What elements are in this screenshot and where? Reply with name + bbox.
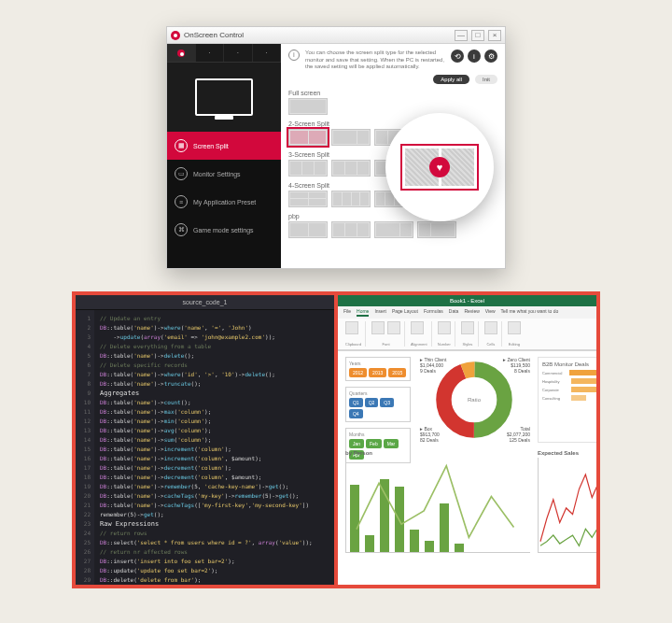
- code-editor-pane: source_code_1 12345678910111213141516171…: [76, 295, 334, 585]
- font-icon[interactable]: [371, 321, 385, 334]
- year-btn[interactable]: 2015: [388, 368, 406, 377]
- layout-2-left-wide[interactable]: [331, 129, 371, 146]
- layout-full[interactable]: [288, 98, 328, 115]
- layout-4b[interactable]: [331, 191, 371, 207]
- monitor-preview: [167, 63, 281, 132]
- layout-pbp-3[interactable]: [374, 221, 413, 238]
- bold-icon[interactable]: [387, 321, 400, 334]
- overlay-line: [346, 458, 530, 550]
- ribbon-tab[interactable]: Home: [357, 308, 369, 317]
- layout-2-even[interactable]: [288, 129, 328, 146]
- info-button-icon[interactable]: i: [468, 50, 481, 63]
- ribbon-tab[interactable]: Review: [464, 308, 479, 317]
- quarter-btn[interactable]: Q3: [380, 398, 394, 407]
- ribbon-tab[interactable]: Tell me what you want to do: [501, 308, 559, 317]
- maximize-button[interactable]: □: [471, 30, 484, 41]
- minimize-button[interactable]: —: [455, 30, 468, 41]
- donut-sub: 82 Deals: [420, 437, 439, 443]
- hbar: [571, 387, 596, 392]
- ribbon-tabs: FileHomeInsertPage LayoutFormulasDataRev…: [338, 306, 596, 319]
- ribbon-tab[interactable]: Data: [449, 308, 459, 317]
- cells-icon[interactable]: [484, 321, 497, 334]
- ribbon-tab[interactable]: View: [485, 308, 496, 317]
- monitor-tab-3[interactable]: ·: [224, 44, 253, 62]
- preset-icon: ≡: [175, 195, 188, 208]
- number-icon[interactable]: [438, 321, 451, 334]
- code-area[interactable]: // Update an entryDB::table('name')->whe…: [94, 310, 334, 585]
- donut-chart: Ratio ▸ Thin Client$1,044,0009 Deals ▸ Z…: [418, 357, 530, 443]
- ribbon: FileHomeInsertPage LayoutFormulasDataRev…: [338, 306, 596, 351]
- description-text: You can choose the screen split type for…: [305, 50, 445, 71]
- year-btn[interactable]: 2012: [349, 368, 367, 377]
- layout-pbp-2[interactable]: [331, 221, 371, 238]
- line-gutter: 1234567891011121314151617181920212223242…: [76, 310, 94, 585]
- ribbon-tab[interactable]: Insert: [374, 308, 386, 317]
- bar-label: Hospitality: [542, 379, 568, 384]
- column-chart: by Person: [345, 450, 530, 553]
- editing-icon[interactable]: [508, 321, 521, 334]
- main-panel: i You can choose the screen split type f…: [281, 44, 505, 268]
- donut-sub: 125 Deals: [509, 437, 530, 443]
- ribbon-body: Clipboard Font Alignment Number Styles C…: [338, 319, 596, 350]
- ribbon-tab[interactable]: Page Layout: [392, 308, 418, 317]
- ribbon-tab[interactable]: File: [343, 308, 351, 317]
- monitor-tabs: · · ·: [167, 44, 281, 63]
- editor-tab[interactable]: source_code_1: [76, 295, 334, 310]
- panel-title: B2B Monitor Deals: [542, 361, 596, 367]
- sidebar-item-label: My Application Preset: [193, 199, 256, 205]
- quarter-btn[interactable]: Q1: [349, 398, 363, 407]
- close-button[interactable]: ×: [488, 30, 501, 41]
- settings-icon[interactable]: ⚙: [484, 50, 497, 63]
- sidebar-item-game-mode[interactable]: ⌘ Game mode settings: [167, 216, 281, 244]
- excel-titlebar: Book1 - Excel: [338, 295, 596, 306]
- split-screen-demo: source_code_1 12345678910111213141516171…: [72, 291, 600, 588]
- sidebar-item-app-preset[interactable]: ≡ My Application Preset: [167, 188, 281, 216]
- month-btn[interactable]: Jan: [349, 439, 364, 448]
- layout-pbp-4[interactable]: [417, 221, 456, 238]
- b2b-bar-panel: B2B Monitor Deals Commercial Hospitality…: [538, 357, 596, 443]
- window-titlebar: OnScreen Control — □ ×: [167, 27, 505, 44]
- section-full-label: Full screen: [288, 90, 497, 96]
- app-logo-icon: [171, 31, 180, 40]
- sidebar-item-screen-split[interactable]: ▦ Screen Split: [167, 132, 281, 160]
- styles-icon[interactable]: [461, 321, 474, 334]
- monitor-icon: [195, 78, 253, 116]
- sidebar-item-label: Monitor Settings: [193, 171, 241, 177]
- hbar: [569, 370, 596, 375]
- monitor-icon: ▭: [175, 167, 188, 180]
- chart-title: Expected Sales: [538, 450, 596, 456]
- grid-icon: ▦: [175, 139, 188, 152]
- onscreen-control-window: OnScreen Control — □ × · · · ▦ Screen Sp…: [166, 26, 506, 269]
- monitor-tab-2[interactable]: ·: [196, 44, 225, 62]
- ribbon-tab[interactable]: Formulas: [424, 308, 443, 317]
- sidebar-item-monitor-settings[interactable]: ▭ Monitor Settings: [167, 160, 281, 188]
- layout-3a[interactable]: [288, 160, 328, 177]
- slicer-title: Quarters: [349, 390, 407, 396]
- bar-label: Corporate: [542, 388, 568, 392]
- month-btn[interactable]: Mar: [384, 439, 399, 448]
- refresh-icon[interactable]: ⟲: [451, 50, 464, 63]
- init-button[interactable]: Init: [475, 75, 497, 84]
- sidebar-item-label: Screen Split: [193, 143, 229, 149]
- align-icon[interactable]: [411, 321, 424, 334]
- apply-all-button[interactable]: Apply all: [433, 75, 469, 84]
- bar-label: Commercial: [542, 371, 567, 375]
- slicer-title: Years: [349, 361, 407, 366]
- quarter-btn[interactable]: Q4: [349, 409, 363, 418]
- year-btn[interactable]: 2013: [369, 368, 386, 377]
- month-btn[interactable]: Feb: [366, 439, 382, 448]
- quarter-btn[interactable]: Q2: [365, 398, 379, 407]
- hbar: [571, 395, 586, 401]
- line-svg: [539, 458, 596, 552]
- layout-pbp-1[interactable]: [288, 221, 328, 238]
- heart-icon: ♥: [429, 157, 450, 177]
- slicers-column: Years 2012 2013 2015 Quarters Q1 Q2 Q3 Q…: [345, 357, 411, 443]
- paste-icon[interactable]: [345, 321, 358, 334]
- chart-title: by Person: [345, 450, 530, 456]
- monitor-tab-4[interactable]: ·: [253, 44, 282, 62]
- hbar: [571, 378, 596, 384]
- layout-4a[interactable]: [288, 191, 328, 207]
- layout-3b[interactable]: [331, 160, 371, 177]
- monitor-tab-1[interactable]: [167, 44, 196, 62]
- spreadsheet-pane: Book1 - Excel FileHomeInsertPage LayoutF…: [338, 295, 596, 585]
